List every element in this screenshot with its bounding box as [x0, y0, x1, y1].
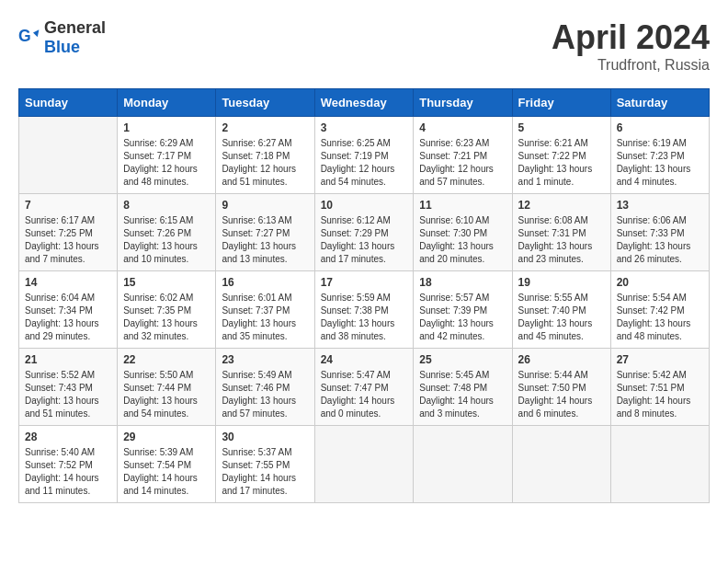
day-number: 16	[222, 276, 308, 289]
weekday-header-friday: Friday	[512, 89, 610, 117]
weekday-header-row: SundayMondayTuesdayWednesdayThursdayFrid…	[19, 89, 710, 117]
calendar-week-3: 14Sunrise: 6:04 AM Sunset: 7:34 PM Dayli…	[19, 271, 710, 349]
day-number: 6	[617, 121, 703, 134]
calendar-cell: 26Sunrise: 5:44 AM Sunset: 7:50 PM Dayli…	[512, 349, 610, 426]
logo-general: General	[44, 18, 106, 37]
calendar-cell: 3Sunrise: 6:25 AM Sunset: 7:19 PM Daylig…	[314, 117, 414, 194]
calendar-cell: 12Sunrise: 6:08 AM Sunset: 7:31 PM Dayli…	[512, 194, 610, 271]
day-info: Sunrise: 6:10 AM Sunset: 7:30 PM Dayligh…	[419, 214, 506, 266]
calendar-cell	[512, 426, 610, 503]
day-number: 23	[222, 353, 308, 366]
calendar-title: April 2024	[552, 18, 710, 57]
calendar-cell: 5Sunrise: 6:21 AM Sunset: 7:22 PM Daylig…	[512, 117, 610, 194]
day-info: Sunrise: 6:23 AM Sunset: 7:21 PM Dayligh…	[419, 137, 506, 189]
calendar-cell: 13Sunrise: 6:06 AM Sunset: 7:33 PM Dayli…	[610, 194, 709, 271]
logo-text: General Blue	[44, 18, 106, 57]
day-number: 19	[518, 276, 605, 289]
day-number: 25	[419, 353, 506, 366]
calendar-cell: 14Sunrise: 6:04 AM Sunset: 7:34 PM Dayli…	[19, 271, 118, 349]
logo-blue: Blue	[44, 38, 80, 56]
weekday-header-sunday: Sunday	[19, 89, 118, 117]
calendar-week-1: 1Sunrise: 6:29 AM Sunset: 7:17 PM Daylig…	[19, 117, 710, 194]
day-info: Sunrise: 6:13 AM Sunset: 7:27 PM Dayligh…	[222, 214, 308, 266]
calendar-cell: 4Sunrise: 6:23 AM Sunset: 7:21 PM Daylig…	[414, 117, 512, 194]
calendar-table: SundayMondayTuesdayWednesdayThursdayFrid…	[18, 88, 710, 503]
day-info: Sunrise: 5:44 AM Sunset: 7:50 PM Dayligh…	[518, 369, 605, 420]
calendar-cell: 6Sunrise: 6:19 AM Sunset: 7:23 PM Daylig…	[610, 117, 709, 194]
day-info: Sunrise: 5:47 AM Sunset: 7:47 PM Dayligh…	[321, 369, 408, 420]
calendar-cell: 30Sunrise: 5:37 AM Sunset: 7:55 PM Dayli…	[216, 426, 314, 503]
day-number: 30	[222, 431, 308, 443]
day-info: Sunrise: 5:45 AM Sunset: 7:48 PM Dayligh…	[419, 369, 506, 420]
calendar-cell: 29Sunrise: 5:39 AM Sunset: 7:54 PM Dayli…	[118, 426, 216, 503]
calendar-cell	[414, 426, 512, 503]
page-header: G General Blue April 2024 Trudfront, Rus…	[18, 18, 710, 74]
day-number: 29	[123, 431, 210, 443]
day-number: 9	[222, 199, 308, 212]
calendar-cell: 21Sunrise: 5:52 AM Sunset: 7:43 PM Dayli…	[19, 349, 118, 426]
day-info: Sunrise: 6:12 AM Sunset: 7:29 PM Dayligh…	[321, 214, 408, 266]
day-info: Sunrise: 5:50 AM Sunset: 7:44 PM Dayligh…	[123, 369, 210, 420]
calendar-cell: 7Sunrise: 6:17 AM Sunset: 7:25 PM Daylig…	[19, 194, 118, 271]
day-info: Sunrise: 5:55 AM Sunset: 7:40 PM Dayligh…	[518, 292, 605, 343]
calendar-cell: 10Sunrise: 6:12 AM Sunset: 7:29 PM Dayli…	[314, 194, 414, 271]
day-info: Sunrise: 5:39 AM Sunset: 7:54 PM Dayligh…	[123, 446, 210, 498]
svg-text:G: G	[18, 27, 31, 45]
calendar-cell: 2Sunrise: 6:27 AM Sunset: 7:18 PM Daylig…	[216, 117, 314, 194]
day-info: Sunrise: 5:49 AM Sunset: 7:46 PM Dayligh…	[222, 369, 308, 420]
calendar-cell: 24Sunrise: 5:47 AM Sunset: 7:47 PM Dayli…	[314, 349, 414, 426]
calendar-cell: 15Sunrise: 6:02 AM Sunset: 7:35 PM Dayli…	[118, 271, 216, 349]
day-number: 14	[25, 276, 111, 289]
day-number: 10	[321, 199, 408, 212]
calendar-cell: 20Sunrise: 5:54 AM Sunset: 7:42 PM Dayli…	[610, 271, 709, 349]
day-number: 22	[123, 353, 210, 366]
day-info: Sunrise: 6:27 AM Sunset: 7:18 PM Dayligh…	[222, 137, 308, 189]
svg-marker-1	[33, 29, 39, 37]
day-number: 11	[419, 199, 506, 212]
weekday-header-thursday: Thursday	[414, 89, 512, 117]
day-number: 8	[123, 199, 210, 212]
day-number: 17	[321, 276, 408, 289]
calendar-cell: 1Sunrise: 6:29 AM Sunset: 7:17 PM Daylig…	[118, 117, 216, 194]
day-number: 21	[25, 353, 111, 366]
day-info: Sunrise: 6:17 AM Sunset: 7:25 PM Dayligh…	[25, 214, 111, 266]
calendar-cell: 22Sunrise: 5:50 AM Sunset: 7:44 PM Dayli…	[118, 349, 216, 426]
day-info: Sunrise: 5:57 AM Sunset: 7:39 PM Dayligh…	[419, 292, 506, 343]
weekday-header-wednesday: Wednesday	[314, 89, 414, 117]
logo: G General Blue	[18, 18, 106, 57]
day-number: 18	[419, 276, 506, 289]
day-number: 27	[617, 353, 703, 366]
day-info: Sunrise: 5:54 AM Sunset: 7:42 PM Dayligh…	[617, 292, 703, 343]
calendar-week-4: 21Sunrise: 5:52 AM Sunset: 7:43 PM Dayli…	[19, 349, 710, 426]
calendar-cell: 19Sunrise: 5:55 AM Sunset: 7:40 PM Dayli…	[512, 271, 610, 349]
title-block: April 2024 Trudfront, Russia	[552, 18, 710, 74]
calendar-cell	[610, 426, 709, 503]
day-info: Sunrise: 5:40 AM Sunset: 7:52 PM Dayligh…	[25, 446, 111, 498]
logo-icon: G	[18, 27, 40, 49]
day-info: Sunrise: 6:02 AM Sunset: 7:35 PM Dayligh…	[123, 292, 210, 343]
calendar-location: Trudfront, Russia	[552, 57, 710, 74]
day-info: Sunrise: 5:59 AM Sunset: 7:38 PM Dayligh…	[321, 292, 408, 343]
day-number: 26	[518, 353, 605, 366]
weekday-header-monday: Monday	[118, 89, 216, 117]
day-number: 13	[617, 199, 703, 212]
calendar-cell	[19, 117, 118, 194]
day-number: 5	[518, 121, 605, 134]
day-info: Sunrise: 6:25 AM Sunset: 7:19 PM Dayligh…	[321, 137, 408, 189]
day-info: Sunrise: 5:37 AM Sunset: 7:55 PM Dayligh…	[222, 446, 308, 498]
day-info: Sunrise: 5:42 AM Sunset: 7:51 PM Dayligh…	[617, 369, 703, 420]
day-info: Sunrise: 6:08 AM Sunset: 7:31 PM Dayligh…	[518, 214, 605, 266]
calendar-cell	[314, 426, 414, 503]
day-info: Sunrise: 6:19 AM Sunset: 7:23 PM Dayligh…	[617, 137, 703, 189]
day-number: 15	[123, 276, 210, 289]
calendar-cell: 8Sunrise: 6:15 AM Sunset: 7:26 PM Daylig…	[118, 194, 216, 271]
day-number: 12	[518, 199, 605, 212]
day-number: 4	[419, 121, 506, 134]
calendar-cell: 27Sunrise: 5:42 AM Sunset: 7:51 PM Dayli…	[610, 349, 709, 426]
day-info: Sunrise: 6:01 AM Sunset: 7:37 PM Dayligh…	[222, 292, 308, 343]
calendar-cell: 23Sunrise: 5:49 AM Sunset: 7:46 PM Dayli…	[216, 349, 314, 426]
day-number: 2	[222, 121, 308, 134]
day-number: 28	[25, 431, 111, 443]
day-number: 20	[617, 276, 703, 289]
day-info: Sunrise: 5:52 AM Sunset: 7:43 PM Dayligh…	[25, 369, 111, 420]
